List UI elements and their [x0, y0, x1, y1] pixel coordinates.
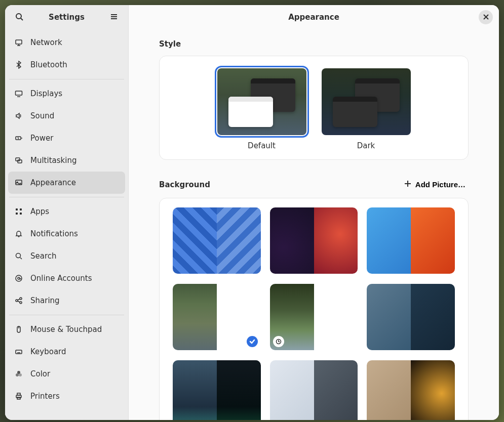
sidebar-item-label: Keyboard	[30, 347, 119, 356]
sidebar-item-label: Mouse & Touchpad	[30, 325, 119, 334]
sidebar-item-online-accounts[interactable]: Online Accounts	[8, 267, 125, 289]
background-section-title: Background	[159, 180, 210, 189]
svg-rect-5	[16, 40, 22, 44]
at-icon	[14, 274, 23, 283]
close-button[interactable]	[479, 10, 493, 24]
sidebar-item-sharing[interactable]: Sharing	[8, 289, 125, 312]
menu-button[interactable]	[107, 10, 121, 24]
add-picture-label: Add Picture…	[415, 180, 466, 189]
svg-point-20	[16, 254, 21, 258]
sidebar-list: Network Bluetooth Displays Sound Power	[5, 29, 128, 420]
sidebar-item-apps[interactable]: Apps	[8, 200, 125, 223]
bell-icon	[14, 229, 23, 238]
bluetooth-icon	[14, 60, 23, 69]
window-mock-front	[228, 97, 273, 127]
style-option-default[interactable]: Default	[217, 68, 306, 150]
main-panel: Appearance Style Default	[129, 5, 499, 420]
color-icon	[14, 369, 23, 378]
svg-point-0	[16, 14, 21, 19]
multitask-icon	[14, 156, 23, 165]
style-option-dark[interactable]: Dark	[322, 68, 411, 150]
style-thumb-default	[217, 68, 306, 135]
svg-point-25	[20, 298, 22, 300]
style-label: Default	[217, 141, 306, 150]
wallpaper-thumb[interactable]	[173, 360, 261, 420]
page-title: Appearance	[288, 13, 339, 22]
wallpaper-thumb[interactable]	[367, 207, 455, 274]
plus-icon	[404, 180, 411, 189]
add-picture-button[interactable]: Add Picture…	[401, 178, 469, 191]
svg-line-27	[18, 299, 20, 300]
sidebar-title: Settings	[49, 13, 85, 22]
wallpaper-thumb[interactable]	[270, 360, 358, 420]
sidebar-item-color[interactable]: Color	[8, 363, 125, 385]
apps-icon	[14, 207, 23, 216]
svg-point-26	[20, 302, 22, 304]
sidebar-item-printers[interactable]: Printers	[8, 385, 125, 407]
sidebar-item-mouse[interactable]: Mouse & Touchpad	[8, 318, 125, 341]
sidebar-item-label: Appearance	[30, 178, 119, 187]
sidebar-item-appearance[interactable]: Appearance	[8, 172, 125, 194]
sidebar-item-displays[interactable]: Displays	[8, 82, 125, 105]
share-icon	[14, 296, 23, 305]
wallpaper-thumb[interactable]	[367, 360, 455, 420]
globe-icon	[14, 38, 23, 47]
background-card	[159, 198, 469, 420]
main-content: Style Default Dark	[129, 29, 499, 420]
search-button[interactable]	[12, 10, 26, 24]
svg-rect-16	[16, 208, 18, 210]
svg-line-28	[18, 301, 20, 302]
wallpaper-grid	[173, 207, 455, 420]
close-icon	[483, 13, 489, 21]
sidebar-item-multitasking[interactable]: Multitasking	[8, 149, 125, 172]
settings-window: Settings Network Bluetooth Displays	[5, 5, 499, 420]
search-icon	[14, 251, 23, 261]
sidebar-item-label: Sharing	[30, 296, 119, 305]
sidebar-item-label: Printers	[30, 392, 119, 401]
sidebar-item-search[interactable]: Search	[8, 245, 125, 267]
search-icon	[15, 13, 23, 22]
separator	[9, 315, 124, 315]
selected-badge	[247, 336, 258, 347]
sidebar-item-bluetooth[interactable]: Bluetooth	[8, 54, 125, 76]
sidebar-header: Settings	[5, 5, 128, 29]
wallpaper-thumb[interactable]	[270, 284, 358, 350]
sidebar-item-label: Notifications	[30, 229, 119, 238]
main-header: Appearance	[129, 5, 499, 29]
sidebar-item-label: Sound	[30, 111, 119, 120]
sidebar-item-label: Bluetooth	[30, 60, 119, 69]
wallpaper-thumb[interactable]	[173, 284, 261, 350]
sidebar-item-notifications[interactable]: Notifications	[8, 223, 125, 245]
style-thumb-dark	[322, 68, 411, 135]
wallpaper-thumb[interactable]	[173, 207, 261, 274]
wallpaper-thumb[interactable]	[367, 284, 455, 350]
hamburger-icon	[110, 13, 118, 22]
sidebar-item-network[interactable]: Network	[8, 31, 125, 54]
background-section-header: Background Add Picture…	[159, 178, 469, 191]
display-icon	[14, 89, 23, 98]
svg-point-39	[16, 373, 19, 376]
separator	[9, 79, 124, 79]
sidebar-item-label: Online Accounts	[30, 274, 119, 283]
svg-point-24	[16, 300, 18, 302]
svg-rect-8	[16, 91, 22, 95]
speaker-icon	[14, 111, 23, 120]
svg-rect-43	[17, 397, 20, 399]
wallpaper-thumb[interactable]	[270, 207, 358, 274]
sidebar-item-label: Apps	[30, 207, 119, 216]
svg-rect-18	[16, 213, 18, 215]
svg-rect-17	[20, 208, 22, 210]
svg-line-21	[20, 258, 22, 259]
svg-point-38	[17, 371, 20, 374]
sidebar-item-power[interactable]: Power	[8, 127, 125, 149]
sidebar: Settings Network Bluetooth Displays	[5, 5, 129, 420]
sidebar-item-keyboard[interactable]: Keyboard	[8, 341, 125, 363]
window-mock-front	[333, 97, 377, 127]
appearance-icon	[14, 178, 23, 187]
separator	[9, 197, 124, 197]
sidebar-item-label: Network	[30, 38, 119, 47]
sidebar-item-sound[interactable]: Sound	[8, 105, 125, 127]
sidebar-item-label: Displays	[30, 89, 119, 98]
svg-line-1	[21, 18, 23, 20]
keyboard-icon	[14, 347, 23, 356]
